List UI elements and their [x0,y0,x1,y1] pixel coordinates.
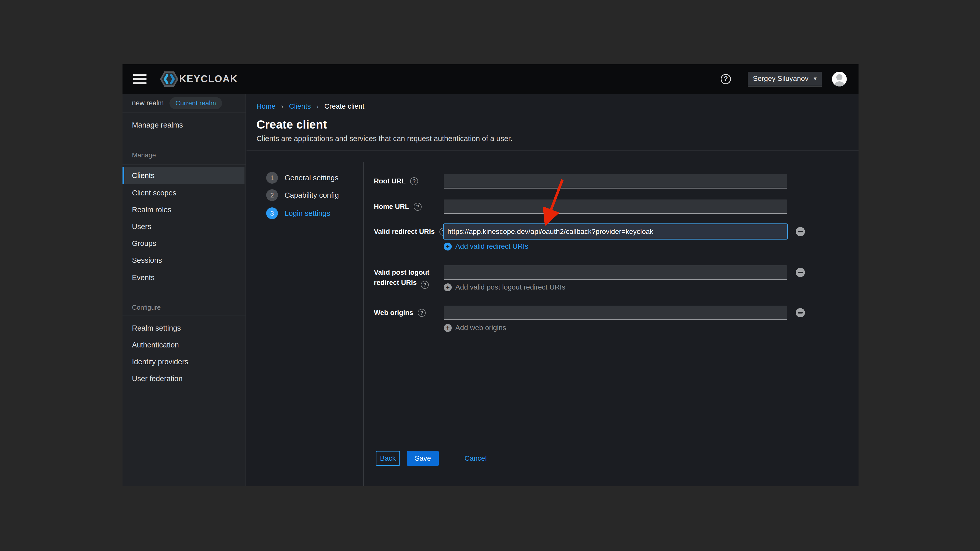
remove-post-logout-uri-button[interactable] [796,268,805,277]
help-icon[interactable]: ? [410,177,418,185]
breadcrumb-separator-icon: › [281,103,283,110]
breadcrumb-current: Create client [325,102,364,110]
add-valid-redirect-uris-link[interactable]: + Add valid redirect URIs [444,242,528,251]
sidebar-item-manage-realms[interactable]: Manage realms [123,117,245,133]
sidebar-item-sessions[interactable]: Sessions [123,252,245,268]
divider [247,150,859,151]
page-title: Create client [256,118,327,131]
valid-redirect-uris-label: Valid redirect URIs ? [374,224,447,239]
wizard-step-capability-config[interactable]: 2 Capability config [266,189,339,201]
keycloak-admin-window: KEYCLOAK ? Sergey Siluyanov ▾ new realm … [123,64,859,486]
breadcrumb: Home › Clients › Create client [256,102,364,110]
step-number: 1 [266,172,278,184]
cancel-link[interactable]: Cancel [465,451,487,466]
back-button[interactable]: Back [376,451,400,466]
root-url-input[interactable] [444,174,787,189]
sidebar-item-events[interactable]: Events [123,269,245,286]
sidebar: new realm Current realm Manage realms Ma… [123,94,246,486]
root-url-label: Root URL ? [374,174,418,189]
sidebar-item-user-federation[interactable]: User federation [123,370,245,387]
keycloak-hexagon-icon [160,71,179,87]
help-icon[interactable]: ? [421,281,429,289]
divider [123,316,245,316]
wizard-step-login-settings[interactable]: 3 Login settings [266,207,330,219]
sidebar-item-identity-providers[interactable]: Identity providers [123,353,245,370]
sidebar-item-realm-settings[interactable]: Realm settings [123,320,245,337]
masthead: KEYCLOAK ? Sergey Siluyanov ▾ [123,64,859,94]
divider [363,162,364,486]
post-logout-redirect-uris-label: Valid post logout redirect URIs? [374,267,430,289]
chevron-down-icon: ▾ [814,75,817,82]
step-number: 2 [266,189,278,201]
sidebar-group-configure: Configure [132,303,161,311]
add-post-logout-redirect-uris-link[interactable]: + Add valid post logout redirect URIs [444,283,565,291]
save-button[interactable]: Save [407,451,439,466]
wizard-step-general-settings[interactable]: 1 General settings [266,172,339,184]
avatar-person-icon [836,74,842,80]
hamburger-menu-icon[interactable] [133,74,146,84]
help-icon[interactable]: ? [414,203,422,211]
keycloak-logo[interactable]: KEYCLOAK [160,71,238,87]
breadcrumb-home[interactable]: Home [256,102,275,110]
breadcrumb-separator-icon: › [317,103,319,110]
sidebar-item-realm-roles[interactable]: Realm roles [123,201,245,218]
sidebar-item-authentication[interactable]: Authentication [123,337,245,353]
help-icon[interactable]: ? [418,309,426,317]
breadcrumb-clients[interactable]: Clients [289,102,311,110]
plus-circle-icon: + [444,243,452,251]
add-web-origins-link[interactable]: + Add web origins [444,324,506,332]
web-origins-input[interactable] [444,306,787,320]
post-logout-redirect-uris-input[interactable] [444,265,787,280]
step-number: 3 [266,207,278,219]
help-icon[interactable]: ? [721,74,731,84]
current-realm-badge: Current realm [169,97,222,109]
remove-web-origin-button[interactable] [796,308,805,318]
plus-circle-icon: + [444,324,452,332]
sidebar-item-users[interactable]: Users [123,218,245,235]
sidebar-item-client-scopes[interactable]: Client scopes [123,184,245,201]
divider [123,164,245,165]
sidebar-group-manage: Manage [132,151,156,159]
main-content: Home › Clients › Create client Create cl… [247,94,859,486]
sidebar-item-groups[interactable]: Groups [123,235,245,252]
avatar[interactable] [832,72,847,86]
web-origins-label: Web origins ? [374,306,426,320]
home-url-label: Home URL ? [374,200,422,214]
realm-name: new realm [132,99,164,107]
remove-redirect-uri-button[interactable] [796,227,805,236]
user-menu-dropdown[interactable]: Sergey Siluyanov ▾ [748,72,822,86]
page-subtitle: Clients are applications and services th… [256,135,512,143]
valid-redirect-uris-input[interactable] [443,224,788,240]
realm-selector[interactable]: new realm Current realm [123,94,245,113]
home-url-input[interactable] [444,200,787,214]
brand-text: KEYCLOAK [179,73,238,84]
user-name: Sergey Siluyanov [753,75,808,83]
plus-circle-icon: + [444,283,452,291]
sidebar-item-clients[interactable]: Clients [123,167,245,184]
